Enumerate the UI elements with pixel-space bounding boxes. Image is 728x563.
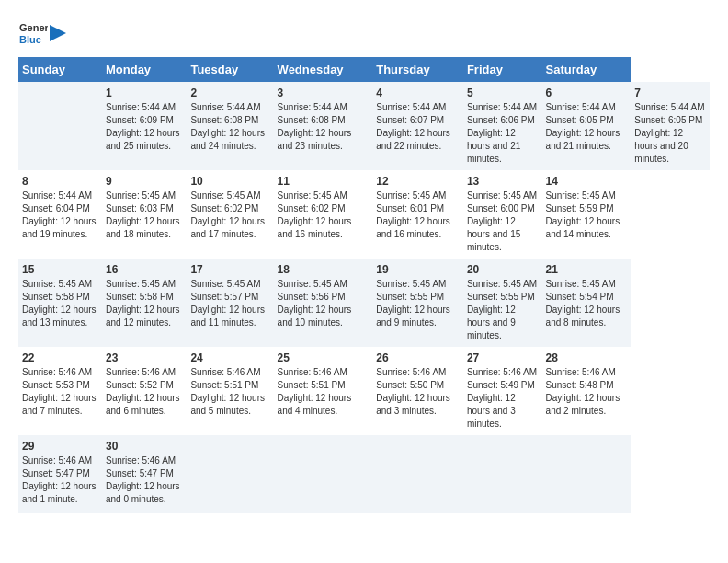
svg-marker-2 — [50, 25, 66, 41]
day-number: 6 — [546, 86, 628, 99]
day-number: 10 — [190, 175, 269, 188]
day-info: Sunrise: 5:44 AMSunset: 6:05 PMDaylight:… — [634, 101, 706, 166]
calendar-cell: 2Sunrise: 5:44 AMSunset: 6:08 PMDaylight… — [187, 82, 273, 170]
calendar-week-row: 22Sunrise: 5:46 AMSunset: 5:53 PMDayligh… — [18, 347, 710, 435]
calendar-cell: 10Sunrise: 5:45 AMSunset: 6:02 PMDayligh… — [187, 170, 273, 259]
day-number: 17 — [190, 263, 269, 276]
calendar-cell: 19Sunrise: 5:45 AMSunset: 5:55 PMDayligh… — [372, 259, 463, 347]
day-number: 19 — [376, 263, 460, 276]
day-number: 15 — [22, 263, 98, 276]
day-info: Sunrise: 5:46 AMSunset: 5:53 PMDaylight:… — [22, 366, 98, 418]
day-info: Sunrise: 5:44 AMSunset: 6:05 PMDaylight:… — [546, 101, 628, 153]
day-number: 16 — [106, 263, 183, 276]
svg-text:Blue: Blue — [19, 34, 41, 45]
calendar-week-row: 29Sunrise: 5:46 AMSunset: 5:47 PMDayligh… — [18, 435, 710, 513]
day-number: 26 — [376, 351, 460, 364]
calendar-cell: 3Sunrise: 5:44 AMSunset: 6:08 PMDaylight… — [274, 82, 373, 170]
day-info: Sunrise: 5:45 AMSunset: 5:55 PMDaylight:… — [467, 278, 539, 342]
calendar-cell: 14Sunrise: 5:45 AMSunset: 5:59 PMDayligh… — [542, 170, 631, 259]
weekday-header-tuesday: Tuesday — [187, 57, 273, 82]
calendar-cell: 23Sunrise: 5:46 AMSunset: 5:52 PMDayligh… — [102, 347, 187, 435]
calendar-cell: 28Sunrise: 5:46 AMSunset: 5:48 PMDayligh… — [542, 347, 631, 435]
day-info: Sunrise: 5:45 AMSunset: 6:02 PMDaylight:… — [190, 190, 269, 241]
day-info: Sunrise: 5:45 AMSunset: 5:58 PMDaylight:… — [22, 278, 98, 329]
calendar-cell: 7Sunrise: 5:44 AMSunset: 6:05 PMDaylight… — [631, 82, 710, 170]
calendar-cell: 15Sunrise: 5:45 AMSunset: 5:58 PMDayligh… — [18, 259, 102, 347]
day-info: Sunrise: 5:45 AMSunset: 5:56 PMDaylight:… — [278, 278, 370, 329]
day-number: 21 — [546, 263, 628, 276]
day-number: 24 — [190, 351, 269, 364]
day-number: 11 — [278, 175, 370, 188]
calendar-cell: 1Sunrise: 5:44 AMSunset: 6:09 PMDaylight… — [102, 82, 187, 170]
logo-arrow — [50, 25, 66, 41]
page-header: General Blue — [18, 18, 710, 48]
day-number: 9 — [106, 175, 183, 188]
calendar-cell: 8Sunrise: 5:44 AMSunset: 6:04 PMDaylight… — [18, 170, 102, 259]
day-info: Sunrise: 5:45 AMSunset: 6:01 PMDaylight:… — [376, 190, 460, 241]
day-info: Sunrise: 5:45 AMSunset: 5:57 PMDaylight:… — [190, 278, 269, 329]
calendar-cell: 26Sunrise: 5:46 AMSunset: 5:50 PMDayligh… — [372, 347, 463, 435]
calendar-cell: 27Sunrise: 5:46 AMSunset: 5:49 PMDayligh… — [463, 347, 542, 435]
calendar-cell: 11Sunrise: 5:45 AMSunset: 6:02 PMDayligh… — [274, 170, 373, 259]
calendar-cell — [542, 435, 631, 513]
day-info: Sunrise: 5:46 AMSunset: 5:47 PMDaylight:… — [106, 454, 183, 506]
day-info: Sunrise: 5:46 AMSunset: 5:48 PMDaylight:… — [546, 366, 628, 418]
day-info: Sunrise: 5:45 AMSunset: 6:03 PMDaylight:… — [106, 190, 183, 241]
calendar-week-row: 1Sunrise: 5:44 AMSunset: 6:09 PMDaylight… — [18, 82, 710, 170]
day-info: Sunrise: 5:45 AMSunset: 5:55 PMDaylight:… — [376, 278, 460, 329]
calendar-cell: 13Sunrise: 5:45 AMSunset: 6:00 PMDayligh… — [463, 170, 542, 259]
day-number: 1 — [106, 86, 183, 99]
day-info: Sunrise: 5:46 AMSunset: 5:47 PMDaylight:… — [22, 454, 98, 506]
day-number: 28 — [546, 351, 628, 364]
day-number: 18 — [278, 263, 370, 276]
weekday-header-monday: Monday — [102, 57, 187, 82]
day-info: Sunrise: 5:45 AMSunset: 5:54 PMDaylight:… — [546, 278, 628, 329]
day-info: Sunrise: 5:45 AMSunset: 5:58 PMDaylight:… — [106, 278, 183, 329]
day-number: 2 — [190, 86, 269, 99]
day-number: 5 — [467, 86, 539, 99]
day-info: Sunrise: 5:44 AMSunset: 6:07 PMDaylight:… — [376, 101, 460, 153]
calendar-cell: 12Sunrise: 5:45 AMSunset: 6:01 PMDayligh… — [372, 170, 463, 259]
weekday-header-wednesday: Wednesday — [274, 57, 373, 82]
calendar-cell: 18Sunrise: 5:45 AMSunset: 5:56 PMDayligh… — [274, 259, 373, 347]
calendar-cell: 20Sunrise: 5:45 AMSunset: 5:55 PMDayligh… — [463, 259, 542, 347]
day-number: 12 — [376, 175, 460, 188]
calendar-cell: 4Sunrise: 5:44 AMSunset: 6:07 PMDaylight… — [372, 82, 463, 170]
calendar-cell: 24Sunrise: 5:46 AMSunset: 5:51 PMDayligh… — [187, 347, 273, 435]
calendar-cell: 29Sunrise: 5:46 AMSunset: 5:47 PMDayligh… — [18, 435, 102, 513]
day-info: Sunrise: 5:45 AMSunset: 5:59 PMDaylight:… — [546, 190, 628, 241]
day-info: Sunrise: 5:45 AMSunset: 6:02 PMDaylight:… — [278, 190, 370, 241]
calendar-week-row: 8Sunrise: 5:44 AMSunset: 6:04 PMDaylight… — [18, 170, 710, 259]
day-number: 23 — [106, 351, 183, 364]
calendar-cell — [372, 435, 463, 513]
calendar-cell — [463, 435, 542, 513]
weekday-header-thursday: Thursday — [372, 57, 463, 82]
calendar-week-row: 15Sunrise: 5:45 AMSunset: 5:58 PMDayligh… — [18, 259, 710, 347]
day-number: 29 — [22, 440, 98, 453]
day-number: 7 — [634, 86, 706, 99]
calendar-cell: 6Sunrise: 5:44 AMSunset: 6:05 PMDaylight… — [542, 82, 631, 170]
day-number: 27 — [467, 351, 539, 364]
day-number: 20 — [467, 263, 539, 276]
day-info: Sunrise: 5:46 AMSunset: 5:52 PMDaylight:… — [106, 366, 183, 418]
calendar-cell: 16Sunrise: 5:45 AMSunset: 5:58 PMDayligh… — [102, 259, 187, 347]
calendar-cell: 21Sunrise: 5:45 AMSunset: 5:54 PMDayligh… — [542, 259, 631, 347]
day-number: 13 — [467, 175, 539, 188]
day-info: Sunrise: 5:44 AMSunset: 6:08 PMDaylight:… — [278, 101, 370, 153]
calendar-cell: 9Sunrise: 5:45 AMSunset: 6:03 PMDaylight… — [102, 170, 187, 259]
day-info: Sunrise: 5:46 AMSunset: 5:51 PMDaylight:… — [190, 366, 269, 418]
day-info: Sunrise: 5:44 AMSunset: 6:06 PMDaylight:… — [467, 101, 539, 166]
day-info: Sunrise: 5:45 AMSunset: 6:00 PMDaylight:… — [467, 190, 539, 254]
day-info: Sunrise: 5:46 AMSunset: 5:49 PMDaylight:… — [467, 366, 539, 431]
weekday-header-friday: Friday — [463, 57, 542, 82]
calendar-cell — [18, 82, 102, 170]
calendar-cell: 17Sunrise: 5:45 AMSunset: 5:57 PMDayligh… — [187, 259, 273, 347]
logo: General Blue — [18, 18, 66, 48]
calendar-cell: 25Sunrise: 5:46 AMSunset: 5:51 PMDayligh… — [274, 347, 373, 435]
calendar-cell: 30Sunrise: 5:46 AMSunset: 5:47 PMDayligh… — [102, 435, 187, 513]
day-info: Sunrise: 5:46 AMSunset: 5:51 PMDaylight:… — [278, 366, 370, 418]
day-info: Sunrise: 5:44 AMSunset: 6:04 PMDaylight:… — [22, 190, 98, 241]
day-number: 22 — [22, 351, 98, 364]
day-number: 8 — [22, 175, 98, 188]
day-number: 14 — [546, 175, 628, 188]
